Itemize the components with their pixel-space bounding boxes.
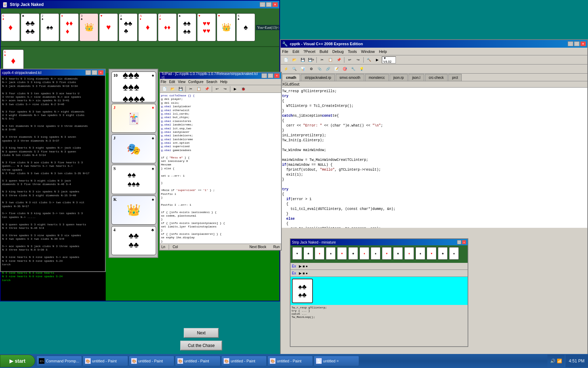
tclpad-save[interactable]: 💾 <box>177 86 184 93</box>
mini-card-10[interactable]: ♣ <box>393 247 403 260</box>
tclpad-cut[interactable]: ✂ <box>187 86 195 93</box>
tclpad-copy[interactable]: 📋 <box>195 86 203 93</box>
vs-cut[interactable]: ✂ <box>318 56 326 63</box>
cut-chase-button[interactable]: Cut the Chase <box>180 341 222 350</box>
vs-save[interactable]: 💾 <box>299 56 307 63</box>
mini-card-2[interactable]: ♣ <box>303 247 313 260</box>
vs-tb2-6[interactable]: 🔗 <box>324 66 332 73</box>
top-card-10[interactable]: ♠ ♠♠♠♠ <box>177 13 196 41</box>
tclpad-new[interactable]: 📄 <box>161 86 168 93</box>
vs-tb2-5[interactable]: 📎 <box>316 66 323 73</box>
mini-card-7[interactable]: ♦ <box>359 247 369 260</box>
mini-card-6[interactable]: ♣ <box>348 247 358 260</box>
vs-redo[interactable]: ↪ <box>354 56 362 63</box>
mini-card-14[interactable]: ♣ <box>438 247 448 260</box>
tclpad-menu-file[interactable]: File <box>161 80 166 84</box>
vs-tab-json-rp[interactable]: json.rp <box>390 74 408 81</box>
top-card-12[interactable]: ♥ 👑 <box>217 13 236 41</box>
card-j-spades[interactable]: J ♠ 🎭 <box>111 134 156 163</box>
tclpad-debug[interactable]: 🐞 <box>239 86 247 93</box>
tclpad-minimize[interactable]: _ <box>261 73 267 78</box>
top-card-5[interactable]: 3♠ 👑 <box>79 13 98 41</box>
vs-tb2-10[interactable]: 💡 <box>358 66 365 73</box>
taskbar-paint-1[interactable]: 🎨 untitled - Paint <box>83 356 128 366</box>
tclpad-menu-view[interactable]: View <box>178 80 186 84</box>
tclpad-redo[interactable]: ↪ <box>221 86 229 93</box>
vs-paste[interactable]: 📌 <box>335 56 343 63</box>
vs-tb2-3[interactable]: 📊 <box>299 66 307 73</box>
mini-card-12[interactable]: ♠ <box>415 247 425 260</box>
tclpad-menu-search[interactable]: Search <box>206 80 217 84</box>
top-card-7[interactable]: 3♣ ♣♣♣ <box>119 13 138 41</box>
cpp-maximize[interactable]: □ <box>92 70 97 75</box>
vs-menu-tools[interactable]: Tools <box>348 49 357 54</box>
taskbar-paint-4[interactable]: 🎨 untitled - Paint <box>221 356 267 366</box>
vs-tb2-9[interactable]: 🔧 <box>349 66 357 73</box>
vs-tab-smvc[interactable]: smvc-smooth <box>336 74 364 81</box>
top-card-8[interactable]: A♦ ♦ <box>138 13 157 41</box>
tclpad-menu-edit[interactable]: Edit <box>169 80 175 84</box>
cyan-card-1[interactable]: ♠♣♠♣ <box>292 279 313 303</box>
vs-save-all[interactable]: 💾+ <box>307 56 315 63</box>
vs-run[interactable]: ▶ <box>373 56 381 63</box>
minimize-button[interactable]: _ <box>260 2 265 7</box>
vs-tab-monstercc[interactable]: monstercc <box>365 74 389 81</box>
maximize-button[interactable]: □ <box>266 2 272 7</box>
top-card-3[interactable]: 2♠ ♠♠ <box>40 13 59 41</box>
vs-menu-edit[interactable]: Edit <box>293 49 299 54</box>
card-5-spades[interactable]: S ♠ ♠♠♠♠♠ <box>111 165 156 194</box>
top-card-4[interactable]: ♦ ♦♦♦ <box>60 13 79 41</box>
taskbar-paint-5[interactable]: 🎨 untitled - Paint <box>267 356 313 366</box>
tclpad-menu-help[interactable]: Help <box>220 80 227 84</box>
tclpad-undo[interactable]: ↩ <box>213 86 221 93</box>
tclpad-maximize[interactable]: □ <box>268 73 273 78</box>
tclpad-menu-configure[interactable]: Configure <box>188 80 203 84</box>
vs-copy[interactable]: 📋 <box>327 56 334 63</box>
vs-build[interactable]: 🔨 <box>365 56 373 63</box>
vs-menu-view[interactable]: ?Pecet <box>303 49 315 54</box>
top-card-2[interactable]: ♣ ♣♣♣♣ <box>21 13 40 41</box>
vs-release-selector[interactable]: ▼ V4.02 <box>382 56 396 63</box>
vs-code-area[interactable]: Tw_rresp gTClinterpreills; try { WTClint… <box>281 88 587 228</box>
mini-card-11[interactable]: ♦ <box>404 247 414 260</box>
card-j-diamonds[interactable]: J ♦ 🃏 <box>111 104 156 133</box>
vs-mini-close[interactable]: × <box>462 240 466 244</box>
tclpad-code-area[interactable]: proc cutToChase {} { g del player; g del… <box>160 93 281 244</box>
vs-tb2-7[interactable]: 📝 <box>332 66 340 73</box>
cpp-minimize[interactable]: _ <box>85 70 91 75</box>
vs-open[interactable]: 📂 <box>290 56 298 63</box>
vs-new-file[interactable]: 📄 <box>282 56 290 63</box>
mini-card-4[interactable]: ♠ <box>326 247 336 260</box>
mini-card-13[interactable]: ♥ <box>427 247 436 260</box>
mini-card-1[interactable]: ♥ <box>292 247 302 260</box>
card-10-spades[interactable]: 10 ♠ ♠♠♠♠♠♠♠♠♠♠ <box>111 71 156 102</box>
tclpad-open[interactable]: 📂 <box>169 86 176 93</box>
vs-tab-crccheck[interactable]: crc-check <box>425 74 448 81</box>
vs-tab-json-l[interactable]: json.l <box>408 74 424 81</box>
vs-mini-minimize[interactable]: _ <box>457 240 461 244</box>
taskbar-paint-3[interactable]: 🎨 untitled - Paint <box>175 356 220 366</box>
vs-menu-file[interactable]: File <box>282 49 288 54</box>
vs-menu-debug[interactable]: Debug <box>332 49 343 54</box>
vs-undo[interactable]: ↩ <box>346 56 354 63</box>
vs-tb2-4[interactable]: ⚙ <box>307 66 315 73</box>
cpp-close[interactable]: × <box>98 70 104 75</box>
vs-tb2-8[interactable]: 🎯 <box>341 66 349 73</box>
vs-menu-window[interactable]: Window <box>361 49 375 54</box>
top-card-9[interactable]: 2♦ ♦♦ <box>158 13 177 41</box>
mini-card-9[interactable]: ♥ <box>382 247 392 260</box>
close-button[interactable]: × <box>272 2 278 7</box>
mini-card-3[interactable]: ♦ <box>315 247 324 260</box>
vs-tab-cmath[interactable]: cmath <box>282 74 300 81</box>
taskbar-paint-2[interactable]: 🎨 untitled - Paint <box>129 356 174 366</box>
mini-card-5[interactable]: ♥ <box>337 247 347 260</box>
card-k-spades[interactable]: K ♠ 👑 <box>111 196 156 225</box>
top-card-6[interactable]: ♥ ♥ <box>99 13 118 41</box>
start-button[interactable]: ▶ start <box>0 355 35 367</box>
card-4-clubs[interactable]: 4 ♣ ♣♣♣♣ <box>111 226 156 255</box>
vs-tb2-2[interactable]: 🔍 <box>290 66 298 73</box>
vs-tab-sjn[interactable]: stripjacknaked.rp <box>301 74 335 81</box>
top-card-11[interactable]: ♥ ♥♥♥♥ <box>197 13 216 41</box>
taskbar-untitled[interactable]: 📄 untitled = <box>314 356 359 366</box>
vs-tb2-1[interactable]: ⚡ <box>282 66 290 73</box>
